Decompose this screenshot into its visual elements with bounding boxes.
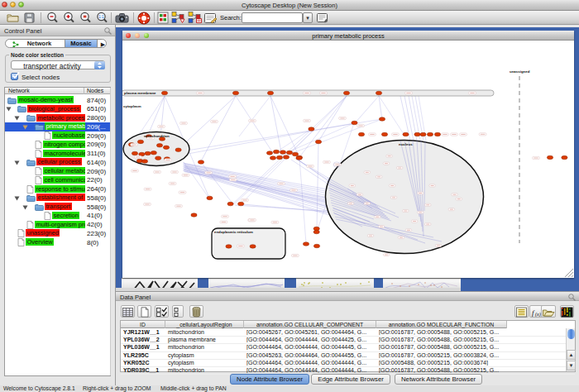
- svg-text:1:1: 1:1: [98, 15, 104, 19]
- svg-text:nucleus: nucleus: [399, 142, 413, 146]
- svg-text:plasma membrane: plasma membrane: [124, 91, 156, 95]
- svg-text:(x): (x): [535, 312, 541, 318]
- svg-text:mitochondrion: mitochondrion: [144, 134, 170, 138]
- svg-text:endoplasmic reticulum: endoplasmic reticulum: [214, 230, 253, 234]
- svg-text:unassigned: unassigned: [510, 69, 530, 74]
- svg-text:cytoplasm: cytoplasm: [123, 104, 141, 108]
